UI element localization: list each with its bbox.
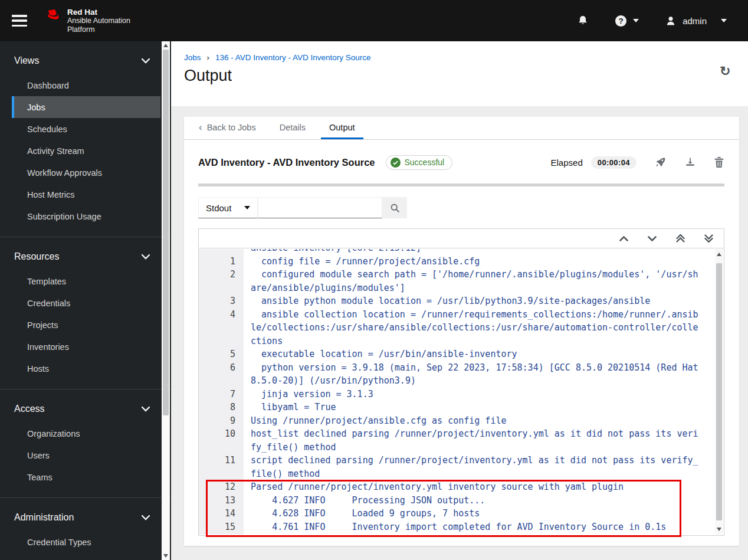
log-line-number[interactable]: 6 [199,361,244,388]
log-line-text: libyaml = True [244,401,699,414]
sidebar-item-schedules[interactable]: Schedules [12,118,160,140]
sidebar: Views DashboardJobsSchedulesActivity Str… [0,41,171,560]
relaunch-button[interactable] [654,156,667,169]
tab-output-label: Output [329,123,355,132]
log-line-number[interactable]: 15 [199,520,244,534]
sidebar-section-header[interactable]: Access [0,397,171,423]
tab-details-label: Details [280,123,306,132]
tab-back-to-jobs[interactable]: ‹ Back to Jobs [191,117,264,139]
username-label: admin [683,16,707,26]
sidebar-section-items: OrganizationsUsersTeams [0,423,171,488]
search-icon [390,203,400,213]
history-icon[interactable]: ↺ [720,65,730,78]
sidebar-item-credential-types[interactable]: Credential Types [12,531,160,553]
tab-output[interactable]: Output [321,117,363,139]
log-line-number[interactable]: 1 [199,255,244,268]
log-line: 5 executable location = /usr/bin/ansible… [199,348,715,361]
scroll-next-button[interactable] [638,229,666,248]
log-line-text: python version = 3.9.18 (main, Sep 22 20… [244,361,699,388]
chevron-down-icon [142,58,150,64]
log-line-text: ansible-inventory [core 2.15.12] [244,249,699,255]
scroll-to-top-button[interactable] [666,229,694,248]
sidebar-item-credentials[interactable]: Credentials [12,292,160,314]
log-line-number[interactable]: 5 [199,348,244,361]
help-menu-button[interactable]: ? [615,15,639,27]
nav-toggle-button[interactable] [12,15,27,27]
log-line-number[interactable]: 2 [199,268,244,294]
sidebar-item-projects[interactable]: Projects [12,314,160,336]
log-line-number[interactable]: 8 [199,401,244,414]
search-input[interactable] [258,197,382,218]
notifications-button[interactable] [577,14,589,27]
breadcrumb-jobs-link[interactable]: Jobs [184,53,201,62]
log-line-number[interactable]: 12 [199,480,244,494]
log-line-number[interactable]: 3 [199,294,244,308]
log-line-number[interactable]: 7 [199,388,244,401]
log-line-number[interactable]: 14 [199,507,244,520]
masthead-toolbar: ? admin [577,14,727,27]
log-line-number[interactable]: 10 [199,427,244,454]
tab-details[interactable]: Details [271,117,314,139]
sidebar-scrollbar-thumb[interactable] [163,50,169,415]
sidebar-item-organizations[interactable]: Organizations [12,423,160,444]
sidebar-item-workflow-approvals[interactable]: Workflow Approvals [12,162,160,184]
sidebar-item-subscription-usage[interactable]: Subscription Usage [12,205,160,227]
log-line-number[interactable] [199,249,244,255]
delete-job-button[interactable] [714,156,724,168]
brand-line2: Ansible Automation [67,17,130,25]
log-line-number[interactable]: 9 [199,414,244,428]
output-type-value: Stdout [206,203,231,213]
log-line-number[interactable]: 13 [199,494,244,507]
sidebar-item-inventories[interactable]: Inventories [12,336,160,358]
scroll-down-arrow-icon[interactable] [163,554,168,558]
log-line-number[interactable]: 11 [199,454,244,480]
sidebar-scrollbar[interactable] [162,41,170,560]
scroll-down-arrow-icon[interactable] [717,528,721,531]
sidebar-item-jobs[interactable]: Jobs [12,96,160,118]
log-scrollbar[interactable] [715,249,723,535]
angle-left-icon: ‹ [199,122,202,132]
search-button[interactable] [382,197,407,218]
sidebar-section-label: Administration [14,512,74,523]
log-line-text: config file = /runner/project/ansible.cf… [244,255,699,268]
breadcrumb-separator-icon: › [207,53,209,62]
sidebar-section-items: Credential Types [0,531,171,553]
brand-logo[interactable]: Red Hat Ansible Automation Platform [45,8,130,34]
sidebar-item-dashboard[interactable]: Dashboard [12,74,160,96]
elapsed-label: Elapsed [551,158,583,168]
sidebar-section-items: DashboardJobsSchedulesActivity StreamWor… [0,74,171,227]
page-title: Output [184,67,748,85]
log-line: 1 config file = /runner/project/ansible.… [199,255,715,268]
sidebar-section-header[interactable]: Resources [0,244,171,270]
sidebar-item-activity-stream[interactable]: Activity Stream [12,140,160,162]
scroll-up-arrow-icon[interactable] [717,253,721,256]
log-panel: ansible-inventory [core 2.15.12]1 config… [198,228,724,536]
log-scrollbar-thumb[interactable] [716,263,722,520]
breadcrumb-job-link[interactable]: 136 - AVD Inventory - AVD Inventory Sour… [215,53,371,62]
log-line-number[interactable]: 4 [199,308,244,348]
job-name: AVD Inventory - AVD Inventory Source [198,157,375,168]
scroll-to-bottom-button[interactable] [694,229,723,248]
sidebar-section-header[interactable]: Administration [0,505,171,531]
sidebar-item-templates[interactable]: Templates [12,270,160,292]
sidebar-section-header[interactable]: Views [0,48,171,74]
sidebar-item-teams[interactable]: Teams [12,466,160,488]
sidebar-item-hosts[interactable]: Hosts [12,358,160,379]
status-label: Successful [405,158,445,167]
page-header: Jobs › 136 - AVD Inventory - AVD Invento… [171,41,748,106]
log-line: 7 jinja version = 3.1.3 [199,388,715,401]
scroll-previous-button[interactable] [609,229,638,248]
caret-down-icon [721,19,727,22]
download-output-button[interactable] [684,156,696,168]
sidebar-item-users[interactable]: Users [12,444,160,466]
user-menu-button[interactable]: admin [665,15,727,27]
scroll-up-arrow-icon[interactable] [163,44,168,47]
log-line: 4 ansible collection location = /runner/… [199,308,715,348]
sidebar-section-label: Access [14,404,45,414]
caret-down-icon [244,206,250,209]
chevron-down-icon [648,236,657,241]
job-output-card: ‹ Back to Jobs Details Output AVD Invent… [184,117,739,546]
sidebar-item-host-metrics[interactable]: Host Metrics [12,184,160,205]
content-area: ‹ Back to Jobs Details Output AVD Invent… [171,106,748,560]
output-type-select[interactable]: Stdout [198,197,258,218]
